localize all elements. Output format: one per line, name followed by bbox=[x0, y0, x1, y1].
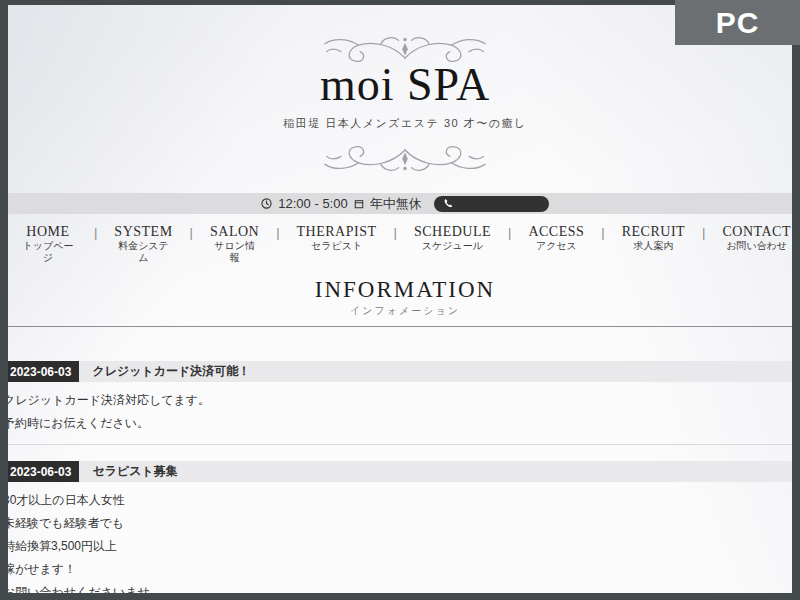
nav-label: RECRUIT bbox=[622, 224, 685, 240]
entry-gap bbox=[8, 445, 792, 461]
nav-label: SALON bbox=[210, 224, 259, 240]
nav-sublabel: サロン情報 bbox=[210, 240, 259, 264]
nav-sublabel: アクセス bbox=[528, 240, 584, 252]
news-body-line: 稼がせます！ bbox=[8, 558, 792, 581]
nav-label: SYSTEM bbox=[114, 224, 172, 240]
news-entry: 2023-06-03 クレジットカード決済可能！ クレジットカード決済対応してま… bbox=[8, 361, 792, 445]
pc-view-badge: PC bbox=[675, 0, 800, 45]
news-body-line: お問い合わせくださいませ。 bbox=[8, 581, 792, 593]
browser-viewport: moi SPA 稲田堤 日本人メンズエステ 30 才〜の癒し bbox=[8, 5, 792, 593]
news-body-line: クレジットカード決済対応してます。 bbox=[8, 389, 792, 412]
flourish-ornament-icon bbox=[301, 142, 509, 174]
nav-item-salon[interactable]: SALON サロン情報 bbox=[193, 224, 276, 264]
nav-item-home[interactable]: HOME トップページ bbox=[8, 224, 94, 264]
news-body: 30才以上の日本人女性 未経験でも経験者でも 時給換算3,500円以上 稼がせま… bbox=[8, 482, 792, 593]
hours-text: 12:00 - 5:00 bbox=[278, 196, 347, 211]
section-divider bbox=[8, 326, 792, 327]
news-body: クレジットカード決済対応してます。 予約時にお伝えください。 bbox=[8, 382, 792, 435]
nav-item-system[interactable]: SYSTEM 料金システム bbox=[97, 224, 189, 264]
nav-sublabel: お問い合わせ bbox=[723, 240, 792, 252]
news-title: セラピスト募集 bbox=[92, 461, 177, 482]
news-body-line: 未経験でも経験者でも bbox=[8, 512, 792, 535]
nav-sublabel: 求人案内 bbox=[622, 240, 685, 252]
nav-item-schedule[interactable]: SCHEDULE スケジュール bbox=[397, 224, 508, 252]
pc-badge-label: PC bbox=[716, 6, 760, 40]
page-content: moi SPA 稲田堤 日本人メンズエステ 30 才〜の癒し bbox=[8, 5, 792, 593]
nav-item-contact[interactable]: CONTACT お問い合わせ bbox=[706, 224, 793, 252]
site-tagline: 稲田堤 日本人メンズエステ 30 才〜の癒し bbox=[8, 116, 792, 131]
nav-label: SCHEDULE bbox=[414, 224, 491, 240]
site-logo[interactable]: moi SPA bbox=[8, 59, 792, 111]
nav-label: ACCESS bbox=[528, 224, 584, 240]
nav-label: THERAPIST bbox=[297, 224, 377, 240]
news-date-badge: 2023-06-03 bbox=[8, 461, 79, 482]
news-list: 2023-06-03 クレジットカード決済可能！ クレジットカード決済対応してま… bbox=[8, 361, 792, 593]
news-title-row: 2023-06-03 クレジットカード決済可能！ bbox=[8, 361, 792, 382]
phone-receiver-icon bbox=[443, 198, 454, 209]
nav-sublabel: スケジュール bbox=[414, 240, 491, 252]
closed-text: 年中無休 bbox=[370, 195, 422, 213]
nav-sublabel: 料金システム bbox=[114, 240, 172, 264]
phone-button[interactable] bbox=[434, 196, 549, 212]
news-title-row: 2023-06-03 セラピスト募集 bbox=[8, 461, 792, 482]
news-body-line: 予約時にお伝えください。 bbox=[8, 412, 792, 435]
information-subtitle: インフォメーション bbox=[8, 304, 792, 318]
hours-bar: 12:00 - 5:00 年中無休 bbox=[8, 193, 792, 214]
clock-icon bbox=[261, 198, 272, 209]
nav-sublabel: トップページ bbox=[19, 240, 77, 264]
news-title: クレジットカード決済可能！ bbox=[92, 361, 250, 382]
news-body-line: 30才以上の日本人女性 bbox=[8, 489, 792, 512]
nav-label: CONTACT bbox=[723, 224, 792, 240]
nav-item-therapist[interactable]: THERAPIST セラピスト bbox=[280, 224, 394, 252]
news-date-badge: 2023-06-03 bbox=[8, 361, 79, 382]
nav-sublabel: セラピスト bbox=[297, 240, 377, 252]
information-title: INFORMATION bbox=[8, 277, 792, 303]
screenshot-frame: PC bbox=[0, 0, 800, 600]
main-nav: HOME トップページ | SYSTEM 料金システム | SALON サロン情… bbox=[8, 224, 792, 264]
nav-label: HOME bbox=[19, 224, 77, 240]
news-entry: 2023-06-03 セラピスト募集 30才以上の日本人女性 未経験でも経験者で… bbox=[8, 461, 792, 593]
nav-item-access[interactable]: ACCESS アクセス bbox=[511, 224, 601, 252]
calendar-icon bbox=[354, 199, 364, 209]
nav-item-recruit[interactable]: RECRUIT 求人案内 bbox=[605, 224, 702, 252]
news-body-line: 時給換算3,500円以上 bbox=[8, 535, 792, 558]
